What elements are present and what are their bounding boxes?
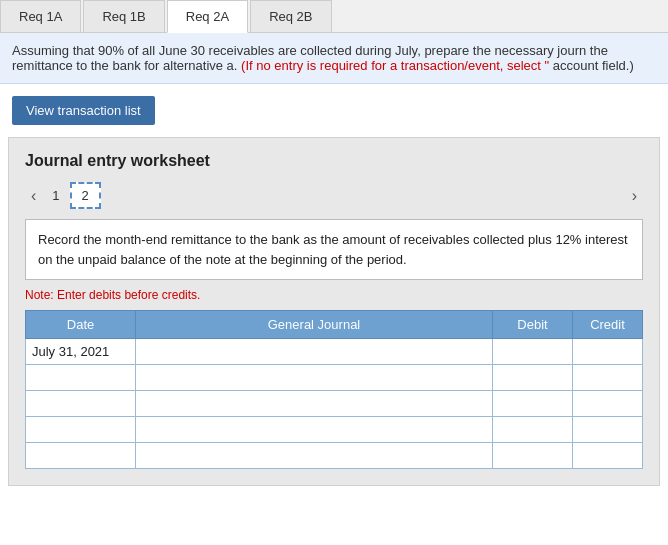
- table-row: [26, 391, 643, 417]
- header-journal: General Journal: [136, 311, 493, 339]
- debit-cell-1[interactable]: [493, 365, 573, 391]
- debit-input-0[interactable]: [493, 339, 572, 364]
- worksheet-title: Journal entry worksheet: [25, 152, 643, 170]
- debit-cell-3[interactable]: [493, 417, 573, 443]
- worksheet-container: Journal entry worksheet ‹ 1 2 › Record t…: [8, 137, 660, 486]
- credit-cell-4[interactable]: [573, 443, 643, 469]
- journal-input-0[interactable]: [136, 339, 492, 364]
- date-input-4[interactable]: [26, 443, 135, 468]
- header-credit: Credit: [573, 311, 643, 339]
- debit-cell-2[interactable]: [493, 391, 573, 417]
- table-row: July 31, 2021: [26, 339, 643, 365]
- journal-cell-1[interactable]: [136, 365, 493, 391]
- date-cell-3[interactable]: [26, 417, 136, 443]
- journal-cell-3[interactable]: [136, 417, 493, 443]
- tab-req1b[interactable]: Req 1B: [83, 0, 164, 32]
- tab-bar: Req 1A Req 1B Req 2A Req 2B: [0, 0, 668, 33]
- journal-input-2[interactable]: [136, 391, 492, 416]
- credit-cell-0[interactable]: [573, 339, 643, 365]
- credit-input-4[interactable]: [573, 443, 642, 468]
- page-navigation: ‹ 1 2 ›: [25, 182, 643, 209]
- journal-table: Date General Journal Debit Credit July 3…: [25, 310, 643, 469]
- next-page-arrow[interactable]: ›: [626, 185, 643, 207]
- credit-input-2[interactable]: [573, 391, 642, 416]
- tab-req2b[interactable]: Req 2B: [250, 0, 331, 32]
- journal-input-1[interactable]: [136, 365, 492, 390]
- tab-req2a[interactable]: Req 2A: [167, 0, 248, 33]
- credit-cell-1[interactable]: [573, 365, 643, 391]
- debit-cell-0[interactable]: [493, 339, 573, 365]
- page-2[interactable]: 2: [70, 182, 101, 209]
- date-input-2[interactable]: [26, 391, 135, 416]
- tab-req1a[interactable]: Req 1A: [0, 0, 81, 32]
- debit-cell-4[interactable]: [493, 443, 573, 469]
- journal-input-3[interactable]: [136, 417, 492, 442]
- view-transaction-button[interactable]: View transaction list: [12, 96, 155, 125]
- journal-cell-0[interactable]: [136, 339, 493, 365]
- debit-input-2[interactable]: [493, 391, 572, 416]
- credit-input-1[interactable]: [573, 365, 642, 390]
- credit-input-0[interactable]: [573, 339, 642, 364]
- date-cell-2[interactable]: [26, 391, 136, 417]
- table-row: [26, 443, 643, 469]
- note-text: Note: Enter debits before credits.: [25, 288, 643, 302]
- date-input-3[interactable]: [26, 417, 135, 442]
- date-input-1[interactable]: [26, 365, 135, 390]
- info-box: Assuming that 90% of all June 30 receiva…: [0, 33, 668, 84]
- table-row: [26, 365, 643, 391]
- page-1[interactable]: 1: [42, 184, 69, 207]
- credit-input-3[interactable]: [573, 417, 642, 442]
- header-debit: Debit: [493, 311, 573, 339]
- debit-input-3[interactable]: [493, 417, 572, 442]
- description-box: Record the month-end remittance to the b…: [25, 219, 643, 280]
- debit-input-4[interactable]: [493, 443, 572, 468]
- header-date: Date: [26, 311, 136, 339]
- info-text-after: account field.): [553, 58, 634, 73]
- journal-input-4[interactable]: [136, 443, 492, 468]
- credit-cell-2[interactable]: [573, 391, 643, 417]
- date-cell-4[interactable]: [26, 443, 136, 469]
- debit-input-1[interactable]: [493, 365, 572, 390]
- date-cell-0: July 31, 2021: [26, 339, 136, 365]
- table-row: [26, 417, 643, 443]
- journal-cell-2[interactable]: [136, 391, 493, 417]
- date-cell-1[interactable]: [26, 365, 136, 391]
- journal-cell-4[interactable]: [136, 443, 493, 469]
- info-red-text: (If no entry is required for a transacti…: [241, 58, 549, 73]
- credit-cell-3[interactable]: [573, 417, 643, 443]
- prev-page-arrow[interactable]: ‹: [25, 185, 42, 207]
